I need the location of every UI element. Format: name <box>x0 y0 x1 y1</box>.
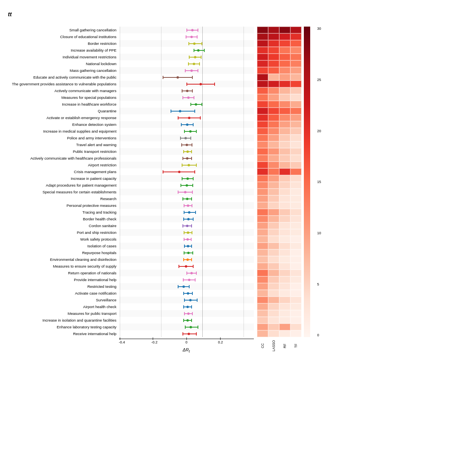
error-bar-cap-right <box>192 89 193 93</box>
npi-label: Activate or establish emergency response <box>46 114 117 121</box>
npi-label: Increase in isolation and quarantine fac… <box>42 317 117 324</box>
heatmap-cell <box>268 135 279 141</box>
heatmap-cell <box>290 189 301 195</box>
npi-label: Increase in healthcare workforce <box>62 101 117 108</box>
npi-label: Activate case notification <box>75 290 117 297</box>
heatmap-cell <box>290 283 301 290</box>
error-bar-center <box>190 272 193 274</box>
heatmap-cell <box>279 243 290 249</box>
heatmap-row <box>257 330 301 337</box>
forest-row <box>119 33 254 40</box>
error-bar-cap-right <box>191 238 192 241</box>
heatmap-cell <box>290 54 301 60</box>
error-bar-cap-left <box>182 89 182 93</box>
heatmap-cell <box>279 202 290 209</box>
heatmap-cell <box>257 303 268 310</box>
heatmap-row <box>257 276 301 283</box>
heatmap-cell <box>257 189 268 195</box>
heatmap-cell <box>279 67 290 74</box>
heatmap-cell <box>290 297 301 303</box>
heatmap-cell <box>257 317 268 324</box>
error-bar-cap-left <box>183 150 184 153</box>
heatmap-cell <box>279 54 290 60</box>
forest-row <box>119 162 254 168</box>
heatmap-cell <box>257 54 268 60</box>
error-bar-center <box>188 211 190 214</box>
error-bar-cap-right <box>198 69 198 72</box>
heatmap-cell <box>279 189 290 195</box>
forest-row <box>119 114 254 121</box>
error-bar-cap-left <box>184 211 184 214</box>
error-bar-cap-right <box>191 305 192 308</box>
heatmap-row <box>257 236 301 243</box>
error-bar-cap-right <box>189 285 190 288</box>
heatmap-cell <box>268 168 279 175</box>
heatmap-row <box>257 229 301 236</box>
forest-row <box>119 276 254 283</box>
heatmap-cell <box>257 148 268 155</box>
error-bar-center <box>187 96 190 99</box>
heatmap-cell <box>257 310 268 317</box>
error-bar-center <box>186 144 188 146</box>
error-bar-cap-right <box>193 123 194 126</box>
heatmap-cell <box>290 162 301 168</box>
heatmap-cell <box>257 229 268 236</box>
heatmap-cell <box>257 216 268 222</box>
heatmap-cell <box>268 67 279 74</box>
heatmap-cell <box>268 330 279 337</box>
forest-row <box>119 195 254 202</box>
error-bar-cap-right <box>192 231 192 234</box>
heatmap-cell <box>279 114 290 121</box>
heatmap-row <box>257 222 301 229</box>
heatmap-cell <box>268 270 279 276</box>
forest-row <box>119 209 254 216</box>
npi-labels: Small gathering cancellationClosure of e… <box>12 27 117 337</box>
heatmap-cell <box>268 216 279 222</box>
heatmap-cell <box>279 222 290 229</box>
forest-row <box>119 148 254 155</box>
error-bar-cap-right <box>202 42 202 45</box>
heatmap-cell <box>290 317 301 324</box>
heatmap-cell <box>268 33 279 40</box>
heatmap-cell <box>268 114 279 121</box>
error-bar-cap-right <box>191 319 192 322</box>
npi-label: Educate and actively communicate with th… <box>33 74 117 81</box>
npi-label: National lockdown <box>86 60 117 67</box>
heatmap-cell <box>268 141 279 148</box>
error-bar-cap-left <box>181 123 182 126</box>
error-bar-cap-right <box>194 170 195 174</box>
heatmap-row <box>257 162 301 168</box>
heatmap-cell <box>257 108 268 114</box>
error-bar-center <box>186 184 188 187</box>
heatmap-cell <box>290 236 301 243</box>
heatmap-row <box>257 148 301 155</box>
heatmap-col-label: CC <box>257 338 268 354</box>
forest-row <box>119 47 254 54</box>
heatmap-cell <box>257 175 268 182</box>
error-bar-cap-left <box>182 197 183 201</box>
error-bar-center <box>188 333 190 335</box>
error-bar-cap-right <box>194 96 194 99</box>
heatmap-cell <box>290 263 301 270</box>
heatmap-cell <box>279 256 290 263</box>
heatmap-cell <box>290 141 301 148</box>
heatmap-cell <box>268 101 279 108</box>
npi-label: Special measures for certain establishme… <box>42 189 117 195</box>
error-bar-cap-right <box>198 29 198 32</box>
heatmap-cell <box>268 209 279 216</box>
heatmap-cell <box>268 74 279 81</box>
error-bar-cap-right <box>191 157 192 160</box>
error-bar-center <box>188 164 190 166</box>
error-bar-center <box>195 103 197 106</box>
npi-label: Personal protective measures <box>67 202 117 209</box>
error-bar-cap-left <box>184 130 185 133</box>
npi-label: Border restriction <box>88 40 117 47</box>
heatmap-row <box>257 324 301 330</box>
heatmap-cell <box>290 216 301 222</box>
error-bar-center <box>194 56 196 58</box>
heatmap-row <box>257 270 301 276</box>
heatmap-cell <box>268 175 279 182</box>
error-bar-cap-right <box>191 224 192 228</box>
forest-row <box>119 108 254 114</box>
heatmap-cell <box>279 209 290 216</box>
